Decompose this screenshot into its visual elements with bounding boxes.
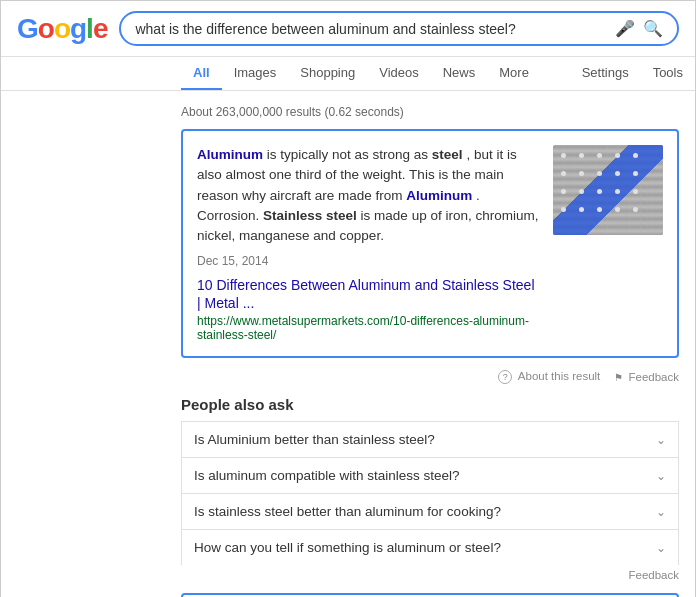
about-this-result[interactable]: ? About this result xyxy=(498,370,600,384)
second-result-card: 10 Differences Between Aluminum and Stai… xyxy=(181,593,679,597)
aluminum-term: Aluminum xyxy=(197,147,263,162)
paa-title: People also ask xyxy=(181,396,679,413)
tab-shopping[interactable]: Shopping xyxy=(288,57,367,90)
main-content: About 263,000,000 results (0.62 seconds)… xyxy=(1,91,695,597)
featured-description: Aluminum is typically not as strong as s… xyxy=(197,145,541,246)
results-count: About 263,000,000 results (0.62 seconds) xyxy=(181,99,679,129)
featured-url: https://www.metalsupermarkets.com/10-dif… xyxy=(197,314,541,342)
tab-settings[interactable]: Settings xyxy=(570,57,641,90)
featured-date: Dec 15, 2014 xyxy=(197,254,541,268)
featured-text-part1: is typically not as strong as xyxy=(267,147,432,162)
tab-more[interactable]: More xyxy=(487,57,541,90)
tab-videos[interactable]: Videos xyxy=(367,57,431,90)
paa-feedback[interactable]: Feedback xyxy=(181,569,679,581)
paa-question-2: Is aluminum compatible with stainless st… xyxy=(194,468,460,483)
info-icon: ? xyxy=(498,370,512,384)
paa-item-2[interactable]: Is aluminum compatible with stainless st… xyxy=(181,457,679,493)
featured-text: Aluminum is typically not as strong as s… xyxy=(197,145,541,342)
header: Google 🎤 🔍 xyxy=(1,1,695,57)
search-input[interactable] xyxy=(135,21,607,37)
steel-term: steel xyxy=(432,147,463,162)
featured-link[interactable]: 10 Differences Between Aluminum and Stai… xyxy=(197,277,535,311)
paa-item-1[interactable]: Is Aluminium better than stainless steel… xyxy=(181,421,679,457)
stainless-term: Stainless steel xyxy=(263,208,357,223)
google-logo: Google xyxy=(17,13,107,45)
search-icon[interactable]: 🔍 xyxy=(643,19,663,38)
chevron-down-icon-2: ⌄ xyxy=(656,469,666,483)
tab-tools[interactable]: Tools xyxy=(641,57,695,90)
paa-question-1: Is Aluminium better than stainless steel… xyxy=(194,432,435,447)
aluminum-term2: Aluminum xyxy=(406,188,472,203)
tab-all[interactable]: All xyxy=(181,57,222,90)
paa-item-3[interactable]: Is stainless steel better than aluminum … xyxy=(181,493,679,529)
nav-bar: All Images Shopping Videos News More Set… xyxy=(1,57,695,91)
paa-question-3: Is stainless steel better than aluminum … xyxy=(194,504,501,519)
about-row: ? About this result ⚑ Feedback xyxy=(181,370,679,384)
featured-snippet: Aluminum is typically not as strong as s… xyxy=(181,129,679,358)
people-also-ask-section: People also ask Is Aluminium better than… xyxy=(181,396,679,581)
paa-question-4: How can you tell if something is aluminu… xyxy=(194,540,501,555)
chevron-down-icon-3: ⌄ xyxy=(656,505,666,519)
tab-news[interactable]: News xyxy=(431,57,488,90)
chevron-down-icon-4: ⌄ xyxy=(656,541,666,555)
paa-item-4[interactable]: How can you tell if something is aluminu… xyxy=(181,529,679,565)
tab-images[interactable]: Images xyxy=(222,57,289,90)
featured-image xyxy=(553,145,663,235)
search-bar: 🎤 🔍 xyxy=(119,11,679,46)
chevron-down-icon-1: ⌄ xyxy=(656,433,666,447)
microphone-icon[interactable]: 🎤 xyxy=(615,19,635,38)
flag-icon: ⚑ xyxy=(614,372,623,383)
feedback-link-top[interactable]: ⚑ Feedback xyxy=(614,371,679,383)
